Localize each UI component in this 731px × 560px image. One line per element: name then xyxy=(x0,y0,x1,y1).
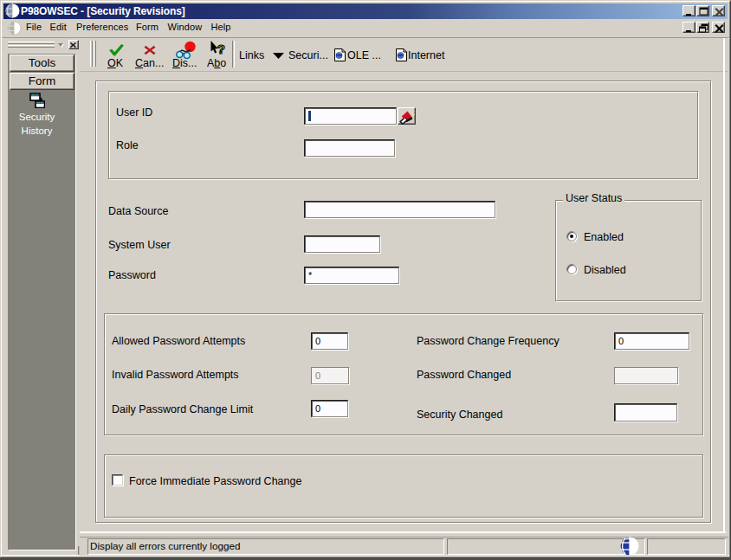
svg-text:?: ? xyxy=(217,42,225,56)
